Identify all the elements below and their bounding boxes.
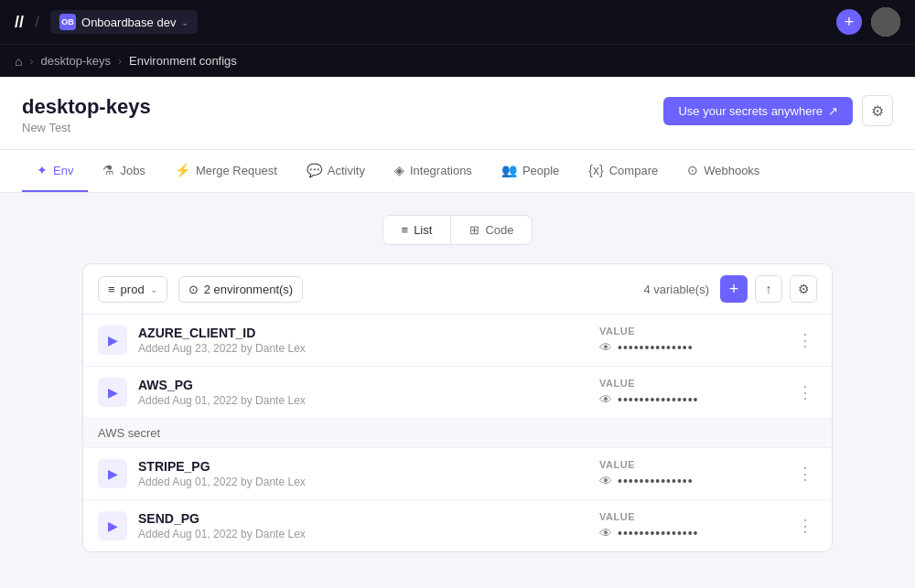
logo[interactable]: // xyxy=(15,13,24,32)
secret-row-azure: ▶ AZURE_CLIENT_ID Added Aug 23, 2022 by … xyxy=(83,315,832,367)
value-label-azure: VALUE xyxy=(599,326,635,337)
view-toggle: ≡ List ⊞ Code xyxy=(22,215,893,245)
tab-people[interactable]: 👥 People xyxy=(487,150,574,192)
secret-name-send: SEND_PG xyxy=(138,511,588,526)
tab-compare[interactable]: {x} Compare xyxy=(574,150,673,192)
settings-gear-icon: ⚙ xyxy=(798,282,810,296)
avatar-image xyxy=(871,7,900,37)
list-view-button[interactable]: ≡ List xyxy=(383,216,451,244)
secret-icon-aws: ▶ xyxy=(98,378,127,407)
masked-value-send: ••••••••••••••• xyxy=(618,526,699,540)
prod-chevron-icon: ⌄ xyxy=(150,284,157,294)
tab-merge-label: Merge Request xyxy=(196,164,277,177)
stack-icon: ⊙ xyxy=(188,283,199,296)
secret-name-azure: AZURE_CLIENT_ID xyxy=(138,326,588,340)
tab-people-label: People xyxy=(522,164,559,177)
logo-icon: // xyxy=(15,13,24,32)
project-chevron-icon: ⌄ xyxy=(181,17,188,27)
env-filter[interactable]: ⊙ 2 environment(s) xyxy=(178,276,304,303)
prod-filter[interactable]: ≡ prod ⌄ xyxy=(98,276,167,303)
eye-icon-send[interactable]: 👁 xyxy=(599,526,612,540)
secret-meta-azure: Added Aug 23, 2022 by Dante Lex xyxy=(138,342,588,355)
masked-value-azure: •••••••••••••• xyxy=(618,340,694,355)
secret-info-stripe: STRIPE_PG Added Aug 01, 2022 by Dante Le… xyxy=(138,459,588,488)
value-content-azure: 👁 •••••••••••••• xyxy=(599,340,694,355)
table-settings-button[interactable]: ⚙ xyxy=(790,275,817,303)
tab-integrations-label: Integrations xyxy=(410,164,472,177)
secret-value-area-aws: VALUE 👁 ••••••••••••••• xyxy=(599,378,782,407)
activity-icon: 💬 xyxy=(307,163,322,177)
people-icon: 👥 xyxy=(501,163,517,177)
secret-value-area-send: VALUE 👁 ••••••••••••••• xyxy=(599,511,782,540)
tab-integrations[interactable]: ◈ Integrations xyxy=(380,150,487,192)
tab-env[interactable]: ✦ Env xyxy=(22,150,88,192)
page-title-area: desktop-keys New Test xyxy=(22,95,151,134)
tab-jobs[interactable]: ⚗ Jobs xyxy=(88,150,159,192)
secret-info-send: SEND_PG Added Aug 01, 2022 by Dante Lex xyxy=(138,511,588,540)
use-secrets-button[interactable]: Use your secrets anywhere ↗ xyxy=(663,97,853,125)
secret-info-azure: AZURE_CLIENT_ID Added Aug 23, 2022 by Da… xyxy=(138,326,588,355)
secret-icon-send: ▶ xyxy=(98,511,127,540)
tabs-bar: ✦ Env ⚗ Jobs ⚡ Merge Request 💬 Activity … xyxy=(0,150,915,193)
more-menu-stripe[interactable]: ⋮ xyxy=(793,460,817,487)
group-header-aws-secret: AWS secret xyxy=(83,419,832,448)
value-label-stripe: VALUE xyxy=(599,459,635,470)
secret-name-stripe: STRIPE_PG xyxy=(138,459,588,474)
toolbar-right: 4 variable(s) + ↑ ⚙ xyxy=(643,275,817,303)
eye-icon-stripe[interactable]: 👁 xyxy=(599,474,612,488)
secret-meta-send: Added Aug 01, 2022 by Dante Lex xyxy=(138,528,588,540)
list-label: List xyxy=(414,223,432,237)
project-icon: OB xyxy=(59,14,76,30)
more-menu-azure[interactable]: ⋮ xyxy=(793,326,817,354)
secret-row-aws: ▶ AWS_PG Added Aug 01, 2022 by Dante Lex… xyxy=(83,367,832,419)
value-content-aws: 👁 ••••••••••••••• xyxy=(599,392,699,407)
topnav: // / OB Onboardbase dev ⌄ + xyxy=(0,0,915,44)
secret-icon-stripe: ▶ xyxy=(98,459,127,488)
tab-jobs-label: Jobs xyxy=(120,164,145,177)
page-settings-button[interactable]: ⚙ xyxy=(862,95,893,126)
content-area: ≡ List ⊞ Code ≡ prod ⌄ ⊙ 2 environment(s… xyxy=(0,193,915,574)
more-menu-aws[interactable]: ⋮ xyxy=(793,379,817,406)
code-view-button[interactable]: ⊞ Code xyxy=(451,216,532,244)
tab-activity[interactable]: 💬 Activity xyxy=(292,150,380,192)
add-variable-button[interactable]: + xyxy=(720,275,748,303)
breadcrumb-current: Environment configs xyxy=(129,54,237,68)
secret-value-area-azure: VALUE 👁 •••••••••••••• xyxy=(599,326,782,355)
compare-icon: {x} xyxy=(588,163,603,177)
avatar[interactable] xyxy=(871,7,900,37)
value-content-stripe: 👁 •••••••••••••• xyxy=(599,474,694,488)
breadcrumb-desktop-keys[interactable]: desktop-keys xyxy=(40,54,111,68)
masked-value-stripe: •••••••••••••• xyxy=(618,474,694,488)
eye-icon-azure[interactable]: 👁 xyxy=(599,340,612,355)
topnav-right: + xyxy=(836,7,900,37)
page-header: desktop-keys New Test Use your secrets a… xyxy=(0,77,915,150)
breadcrumb: ⌂ › desktop-keys › Environment configs xyxy=(0,44,915,77)
tab-webhooks[interactable]: ⊙ Webhooks xyxy=(673,150,774,192)
table-toolbar: ≡ prod ⌄ ⊙ 2 environment(s) 4 variable(s… xyxy=(83,264,832,315)
upload-button[interactable]: ↑ xyxy=(755,275,782,303)
view-toggle-inner: ≡ List ⊞ Code xyxy=(382,215,533,245)
webhooks-icon: ⊙ xyxy=(687,163,698,177)
secret-row-stripe: ▶ STRIPE_PG Added Aug 01, 2022 by Dante … xyxy=(83,448,832,500)
project-selector[interactable]: OB Onboardbase dev ⌄ xyxy=(50,10,198,34)
prod-label: prod xyxy=(121,283,145,296)
tab-merge-request[interactable]: ⚡ Merge Request xyxy=(160,150,292,192)
code-icon: ⊞ xyxy=(469,223,479,237)
more-menu-send[interactable]: ⋮ xyxy=(793,512,817,540)
breadcrumb-home-icon[interactable]: ⌂ xyxy=(15,54,22,69)
jobs-icon: ⚗ xyxy=(102,163,114,177)
page-header-actions: Use your secrets anywhere ↗ ⚙ xyxy=(663,95,893,126)
group-label-aws-secret: AWS secret xyxy=(98,426,160,440)
project-name: Onboardbase dev xyxy=(81,16,176,29)
page-subtitle: New Test xyxy=(22,121,151,134)
add-icon: + xyxy=(729,280,739,299)
eye-icon-aws[interactable]: 👁 xyxy=(599,392,612,407)
page-title: desktop-keys xyxy=(22,95,151,119)
breadcrumb-sep-1: › xyxy=(29,55,33,68)
tab-env-label: Env xyxy=(53,164,73,177)
add-button[interactable]: + xyxy=(836,9,862,35)
secret-meta-stripe: Added Aug 01, 2022 by Dante Lex xyxy=(138,476,588,488)
external-link-icon: ↗ xyxy=(828,104,838,118)
breadcrumb-sep-2: › xyxy=(118,55,122,68)
var-count: 4 variable(s) xyxy=(643,283,709,296)
